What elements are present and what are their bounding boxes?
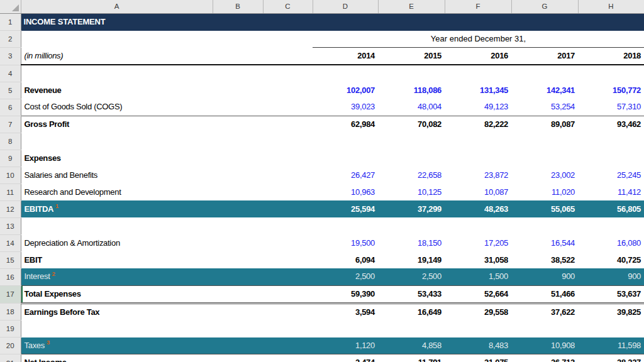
- value-cell[interactable]: 37,622: [511, 303, 578, 321]
- row-header-16[interactable]: 16: [0, 268, 21, 285]
- col-header-e[interactable]: E: [378, 0, 445, 14]
- value-cell[interactable]: 53,254: [511, 99, 578, 116]
- value-cell[interactable]: 2,500: [313, 268, 378, 285]
- row-header-4[interactable]: 4: [0, 65, 21, 82]
- value-cell[interactable]: 19,500: [313, 234, 378, 251]
- value-cell[interactable]: 150,772: [578, 82, 644, 99]
- value-cell[interactable]: 39,023: [313, 99, 378, 116]
- value-cell[interactable]: 18,150: [378, 234, 445, 251]
- value-cell[interactable]: 4,858: [378, 337, 445, 354]
- value-cell[interactable]: 59,390: [313, 285, 378, 303]
- row-header-2[interactable]: 2: [0, 31, 21, 48]
- value-cell[interactable]: 56,805: [578, 200, 644, 217]
- units-label-cell[interactable]: (in millions): [21, 48, 213, 65]
- value-cell[interactable]: 2,474: [313, 354, 378, 362]
- value-cell[interactable]: 26,713: [511, 354, 578, 362]
- label-earnings-before-tax[interactable]: Earnings Before Tax: [21, 303, 213, 321]
- value-cell[interactable]: 10,963: [313, 184, 378, 200]
- empty-cell[interactable]: [21, 31, 313, 48]
- col-header-b[interactable]: B: [213, 0, 263, 14]
- label-ebit[interactable]: EBIT: [21, 251, 213, 268]
- label-expenses[interactable]: Expenses: [21, 150, 213, 167]
- value-cell[interactable]: 3,594: [313, 303, 378, 321]
- year-cell[interactable]: 2016: [445, 48, 511, 65]
- row-header-9[interactable]: 9: [0, 150, 21, 167]
- row-header-12[interactable]: 12: [0, 200, 21, 217]
- value-cell[interactable]: 40,725: [578, 251, 644, 268]
- empty-cell[interactable]: [213, 48, 313, 65]
- value-cell[interactable]: 48,004: [378, 99, 445, 116]
- label-salaries-benefits[interactable]: Salaries and Benefits: [21, 167, 213, 184]
- label-reveneue[interactable]: Reveneue: [21, 82, 213, 99]
- value-cell[interactable]: 19,149: [378, 251, 445, 268]
- empty-cell[interactable]: [213, 234, 313, 251]
- col-header-c[interactable]: C: [263, 0, 313, 14]
- value-cell[interactable]: 2,500: [378, 268, 445, 285]
- year-cell[interactable]: 2017: [511, 48, 578, 65]
- row-header-19[interactable]: 19: [0, 321, 21, 337]
- value-cell[interactable]: 21,075: [445, 354, 511, 362]
- value-cell[interactable]: 29,558: [445, 303, 511, 321]
- empty-cell[interactable]: [213, 82, 313, 99]
- label-total-expenses-active-cell[interactable]: Total Expenses: [21, 285, 213, 303]
- value-cell[interactable]: 26,427: [313, 167, 378, 184]
- row-header-1[interactable]: 1: [0, 14, 21, 31]
- label-net-income[interactable]: Net Income: [21, 354, 213, 362]
- value-cell[interactable]: 89,087: [511, 116, 578, 133]
- value-cell[interactable]: 11,791: [378, 354, 445, 362]
- label-ebitda[interactable]: EBITDA1: [21, 200, 213, 217]
- value-cell[interactable]: 23,002: [511, 167, 578, 184]
- value-cell[interactable]: 70,082: [378, 116, 445, 133]
- label-interest[interactable]: Interest2: [21, 268, 213, 285]
- col-header-d[interactable]: D: [313, 0, 378, 14]
- value-cell[interactable]: 131,345: [445, 82, 511, 99]
- col-header-g[interactable]: G: [511, 0, 578, 14]
- row-header-21[interactable]: 21: [0, 354, 21, 362]
- value-cell[interactable]: 38,522: [511, 251, 578, 268]
- empty-cell[interactable]: [213, 167, 313, 184]
- row-header-13[interactable]: 13: [0, 217, 21, 234]
- empty-cell[interactable]: [213, 99, 313, 116]
- year-cell[interactable]: 2015: [378, 48, 445, 65]
- row-header-6[interactable]: 6: [0, 99, 21, 116]
- value-cell[interactable]: 142,341: [511, 82, 578, 99]
- value-cell[interactable]: 55,065: [511, 200, 578, 217]
- value-cell[interactable]: 16,080: [578, 234, 644, 251]
- value-cell[interactable]: 102,007: [313, 82, 378, 99]
- period-header-cell[interactable]: Year ended December 31,: [313, 31, 644, 48]
- value-cell[interactable]: 8,483: [445, 337, 511, 354]
- value-cell[interactable]: 23,872: [445, 167, 511, 184]
- value-cell[interactable]: 37,299: [378, 200, 445, 217]
- value-cell[interactable]: 62,984: [313, 116, 378, 133]
- empty-cell[interactable]: [213, 303, 313, 321]
- value-cell[interactable]: 39,825: [578, 303, 644, 321]
- value-cell[interactable]: 11,412: [578, 184, 644, 200]
- empty-cell[interactable]: [213, 251, 313, 268]
- value-cell[interactable]: 11,020: [511, 184, 578, 200]
- row-header-18[interactable]: 18: [0, 303, 21, 321]
- value-cell[interactable]: 57,310: [578, 99, 644, 116]
- col-header-a[interactable]: A: [21, 0, 213, 14]
- value-cell[interactable]: 28,227: [578, 354, 644, 362]
- label-depreciation-amortization[interactable]: Depreciation & Amortization: [21, 234, 213, 251]
- statement-title-cell[interactable]: INCOME STATEMENT: [21, 14, 644, 31]
- value-cell[interactable]: 16,544: [511, 234, 578, 251]
- empty-cell[interactable]: [213, 150, 644, 167]
- row-header-14[interactable]: 14: [0, 234, 21, 251]
- row-header-17[interactable]: 17: [0, 285, 21, 303]
- value-cell[interactable]: 10,908: [511, 337, 578, 354]
- value-cell[interactable]: 6,094: [313, 251, 378, 268]
- row-header-3[interactable]: 3: [0, 48, 21, 65]
- value-cell[interactable]: 53,433: [378, 285, 445, 303]
- value-cell[interactable]: 53,637: [578, 285, 644, 303]
- value-cell[interactable]: 1,120: [313, 337, 378, 354]
- label-research-development[interactable]: Research and Development: [21, 184, 213, 200]
- row-header-8[interactable]: 8: [0, 133, 21, 150]
- empty-cell[interactable]: [213, 354, 313, 362]
- value-cell[interactable]: 82,222: [445, 116, 511, 133]
- value-cell[interactable]: 31,058: [445, 251, 511, 268]
- value-cell[interactable]: 93,462: [578, 116, 644, 133]
- value-cell[interactable]: 900: [578, 268, 644, 285]
- empty-cell[interactable]: [213, 116, 313, 133]
- value-cell[interactable]: 51,466: [511, 285, 578, 303]
